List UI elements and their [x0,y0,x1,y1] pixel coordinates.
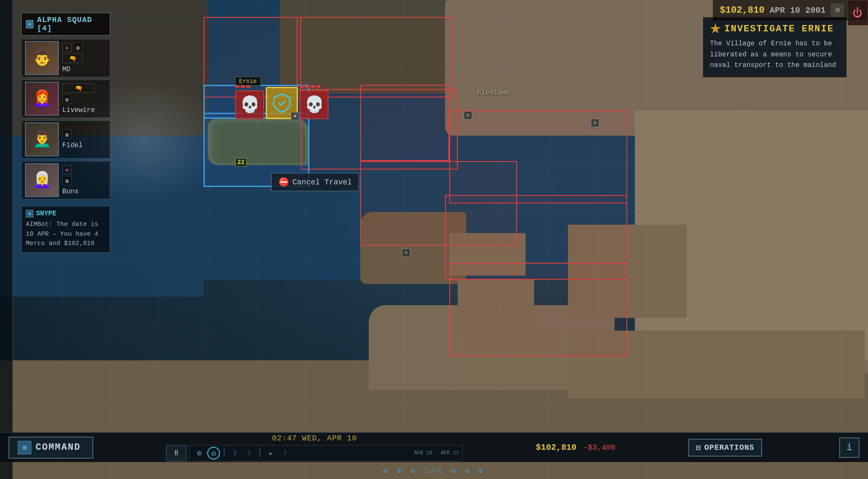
avatar-bg-fidel: 👨‍🦱 [26,123,58,156]
snype-icon: ◉ [26,210,33,217]
money-change: -$3,400 [583,443,615,452]
avatar-bg-buns: 👩‍🦳 [26,164,58,196]
mission-panel: INVESTIGATE ERNIE The Village of Ernie h… [703,17,847,78]
mission-name: INVESTIGATE ERNIE [724,24,834,34]
merc-card-livewire[interactable]: 👩‍🦰 🔫 ▣ Livewire [21,80,110,118]
avatar-buns: 👩‍🦳 [25,163,59,197]
command-icon: ⊞ [18,441,31,454]
doc-icon: ▣ [73,43,83,52]
tl-moon-3[interactable]: ☽ [278,447,291,460]
map-number: 22 [235,158,247,167]
enemy-marker-1[interactable]: 💀 [235,90,264,119]
info-label: i [846,442,852,453]
skull-icon-1: 💀 [235,90,264,119]
health-pip [305,85,309,88]
tl-sun-icon[interactable]: ⊙ [193,447,206,460]
rifle-icon: 🔫 [62,54,83,63]
health-pip [235,85,239,88]
merc-icons-md: ✚ ▣ [62,43,83,52]
health-pip [300,85,304,88]
money-section: $102,810 -$3,400 [536,443,615,452]
money-value: $102,810 [536,443,576,452]
tl-apr10: APR 10 [414,450,432,456]
squad-marker[interactable]: ■ [266,87,298,119]
health-pip [246,85,250,88]
merc-name-buns: Buns [62,188,78,195]
mission-title-row: INVESTIGATE ERNIE [710,23,840,34]
health-icon-buns: ✚ [62,165,72,174]
avatar-fidel: 👨‍🦱 [25,123,59,156]
merc-card-fidel[interactable]: 👨‍🦱 ▣ Fidel [21,120,110,159]
tl-target-icon[interactable]: ◎ [207,447,220,460]
merc-info-buns: ✚ ▣ Buns [62,165,78,195]
tl-sep-2: | [257,448,262,458]
squad-header: ⊕ ALPHA SQUAD [4] [21,13,110,36]
health-bar-2 [300,85,320,88]
merc-name-livewire: Livewire [62,106,95,114]
health-bar-1 [235,85,250,88]
small-map-icon-1: ⊞ [464,111,472,120]
snype-label: ◉ SNYPE [26,210,106,217]
oak-text: ◆ ◆ ◆ OAK ◆ ◆ ◆ [383,466,485,476]
health-pip [316,85,320,88]
time-section: 02:47 WED, APR 10 ⏸ ⊙ ◎ | ☽ ☽ | ★ ☽ APR … [166,434,463,461]
rifle-icon-livewire: 🔫 [62,84,95,93]
avatar-bg-md: 👨 [26,42,58,74]
avatar-bg-livewire: 👩‍🦰 [26,83,58,115]
info-button[interactable]: i [839,437,860,458]
timeline-bar: ⏸ ⊙ ◎ | ☽ ☽ | ★ ☽ APR 10 APR 11 [166,445,463,461]
tl-sep-1: | [222,448,227,458]
tl-apr11: APR 11 [441,450,459,456]
operations-label: OPERATIONS [704,443,754,452]
top-bar: $102,810 APR 10 2001 ⊟ ≡ [713,0,868,20]
merc-card-md[interactable]: 👨 ✚ ▣ 🔫 MD [21,39,110,77]
cancel-travel-button[interactable]: ⛔ Cancel Travel [271,173,359,191]
merc-name-md: MD [62,66,83,73]
pause-button[interactable]: ⏸ [166,445,186,461]
avatar-livewire: 👩‍🦰 [25,82,59,116]
small-map-icon-2: ⊞ [591,119,599,127]
squad-name: ALPHA SQUAD [4] [37,16,106,33]
oak-label: ◆ ◆ ◆ OAK ◆ ◆ ◆ [383,465,485,476]
ernie-sector[interactable]: Ernie 💀 ■ 💀 [235,87,328,119]
snype-panel: ◉ SNYPE AIMBot: The date is 10 APR – You… [21,206,110,253]
cancel-icon: ⛔ [278,177,289,187]
skull-icon-2: 💀 [300,90,328,119]
ops-icon: ⊟ [696,443,701,452]
squad-indicator: ■ [291,112,299,120]
tl-star-icon[interactable]: ★ [264,447,277,460]
operations-button[interactable]: ⊟ OPERATIONS [688,439,762,457]
mission-star-icon [710,23,721,34]
command-label: COMMAND [36,442,81,453]
screen-icon[interactable]: ⊟ [831,3,844,17]
merc-info-md: ✚ ▣ 🔫 MD [62,43,83,73]
health-pip [241,85,245,88]
tl-moon-1[interactable]: ☽ [228,447,241,460]
health-pip [311,85,315,88]
power-button[interactable]: ⏻ [848,0,868,25]
mission-description: The Village of Ernie has to be liberated… [710,39,840,71]
enemy-marker-2[interactable]: 💀 [300,90,328,119]
doc-icon-fidel: ▣ [62,130,72,139]
timeline-icons-container: ⊙ ◎ | ☽ ☽ | ★ ☽ APR 10 APR 11 [189,445,463,461]
tl-moon-2[interactable]: ☽ [243,447,256,460]
doc-icon-buns: ▣ [62,176,72,185]
health-icon: ✚ [62,43,72,52]
time-display: 02:47 WED, APR 10 [272,434,357,443]
snype-name: SNYPE [36,210,56,217]
chat-text: AIMBot: The date is 10 APR – You have 4 … [26,220,106,249]
squad-icon: ⊕ [26,20,33,28]
cancel-travel-label: Cancel Travel [292,178,352,187]
bottom-bar: ⊞ COMMAND 02:47 WED, APR 10 ⏸ ⊙ ◎ | ☽ ☽ … [0,432,868,462]
avatar-md: 👨 [25,41,59,75]
doc-icon-livewire: ▣ [62,95,72,104]
pause-icon: ⏸ [172,448,180,457]
merc-card-buns[interactable]: 👩‍🦳 ✚ ▣ Buns [21,161,110,199]
merc-info-fidel: ▣ Fidel [62,130,83,149]
date-display: APR 10 2001 [770,6,826,15]
small-map-icon-3: ⊞ [402,248,410,257]
fleatown-label: Fleatown [477,89,510,97]
command-button[interactable]: ⊞ COMMAND [8,437,93,459]
money-display-top: $102,810 [720,5,765,16]
merc-name-fidel: Fidel [62,142,83,149]
